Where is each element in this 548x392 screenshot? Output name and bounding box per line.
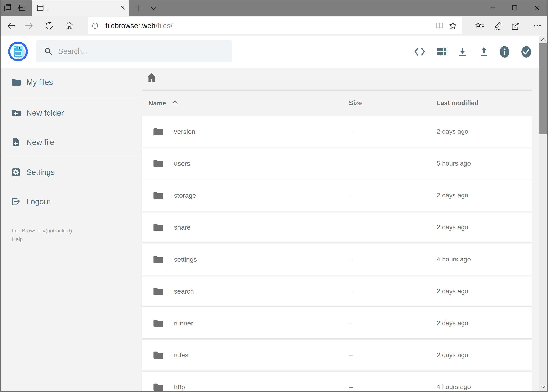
folder-icon (153, 254, 163, 265)
scroll-down-button[interactable] (539, 383, 548, 390)
tab-bar: . (0, 0, 548, 16)
share-icon (510, 21, 520, 30)
file-row-settings[interactable]: settings – 4 hours ago (142, 244, 532, 275)
folder-icon (153, 190, 163, 201)
sidebar: My files New folder New file (0, 68, 139, 392)
share-button[interactable] (510, 21, 520, 30)
sidebar-divider (0, 97, 139, 98)
sidebar-item-label: Settings (26, 168, 55, 177)
filebrowser-logo-icon (8, 41, 28, 62)
forward-button[interactable] (24, 21, 34, 30)
url-box[interactable]: filebrowser.web/files/ (88, 17, 462, 35)
file-size: – (349, 244, 353, 275)
sidebar-item-label: My files (26, 78, 53, 87)
upload-button[interactable] (478, 46, 490, 58)
url-host: filebrowser.web (105, 22, 156, 30)
info-button[interactable] (499, 46, 510, 58)
site-info-icon[interactable] (91, 22, 99, 29)
close-tab-icon[interactable] (120, 5, 126, 11)
file-row-version[interactable]: version – 2 days ago (142, 116, 532, 147)
chevron-up-icon (540, 38, 546, 42)
file-name: rules (174, 340, 188, 370)
column-header-modified[interactable]: Last modified (437, 99, 479, 107)
window-border-top (0, 0, 548, 0)
tabs-aside-button[interactable] (17, 3, 26, 13)
column-header-name[interactable]: Name (148, 99, 179, 107)
file-name: users (174, 148, 190, 179)
folder-plus-icon (11, 108, 21, 118)
window-border-left (0, 0, 0, 392)
browser-home-button[interactable] (65, 21, 74, 30)
file-modified: 2 days ago (437, 340, 468, 370)
close-window-button[interactable] (526, 0, 548, 16)
download-button[interactable] (457, 46, 468, 58)
settings-more-button[interactable] (533, 21, 541, 30)
refresh-button[interactable] (45, 21, 54, 30)
sidebar-footer: File Browser v(untracked) Help (12, 226, 72, 244)
file-size: – (349, 340, 353, 370)
select-multiple-button[interactable] (520, 46, 532, 58)
file-name: runner (174, 308, 193, 338)
favorites-hub-button[interactable] (475, 21, 484, 30)
tab-preview-chevron-icon (149, 5, 157, 12)
file-modified: 2 days ago (437, 116, 468, 147)
file-name: settings (174, 244, 197, 275)
search-input[interactable] (58, 47, 232, 56)
help-link[interactable]: Help (12, 235, 72, 244)
search-bar[interactable] (36, 40, 232, 63)
file-plus-icon (11, 137, 21, 147)
file-modified: 2 days ago (437, 276, 468, 307)
file-listing: Name Size Last modified version – 2 days… (139, 68, 540, 392)
maximize-button[interactable] (503, 0, 526, 16)
sidebar-item-new-file[interactable]: New file (0, 132, 139, 153)
maximize-icon (511, 4, 518, 11)
file-row-share[interactable]: share – 2 days ago (142, 212, 532, 243)
column-header-size[interactable]: Size (349, 99, 362, 107)
file-size: – (349, 372, 353, 392)
address-bar-row: filebrowser.web/files/ (0, 16, 548, 36)
home-icon (65, 21, 74, 30)
breadcrumb-home-icon[interactable] (146, 72, 157, 83)
browser-tab[interactable]: . (32, 0, 129, 16)
sidebar-item-new-folder[interactable]: New folder (0, 102, 139, 124)
more-dots-icon (533, 21, 542, 30)
page-scrollbar[interactable] (539, 36, 548, 392)
switch-view-button[interactable] (436, 46, 447, 58)
sidebar-item-my-files[interactable]: My files (0, 71, 139, 93)
favorite-star-icon[interactable] (449, 22, 457, 30)
file-modified: 2 days ago (437, 180, 468, 210)
file-row-http[interactable]: http – 4 hours ago (142, 371, 532, 392)
sidebar-item-label: Logout (26, 197, 50, 206)
file-row-storage[interactable]: storage – 2 days ago (142, 180, 532, 211)
folder-icon (153, 158, 163, 169)
search-icon (44, 47, 53, 56)
scroll-up-button[interactable] (539, 36, 548, 43)
folder-icon (153, 126, 163, 137)
file-row-search[interactable]: search – 2 days ago (142, 276, 532, 307)
folder-icon (153, 382, 163, 392)
sidebar-item-settings[interactable]: Settings (0, 161, 139, 183)
tab-preview-button[interactable] (3, 3, 13, 13)
file-modified: 2 days ago (437, 212, 468, 243)
web-note-button[interactable] (493, 21, 502, 30)
gear-icon (11, 167, 21, 177)
file-row-runner[interactable]: runner – 2 days ago (142, 308, 532, 339)
new-tab-button[interactable] (134, 4, 143, 13)
minimize-button[interactable] (481, 0, 503, 16)
file-modified: 5 hours ago (437, 148, 471, 179)
file-name: http (174, 372, 185, 392)
scrollbar-thumb[interactable] (539, 43, 548, 134)
raw-view-button[interactable] (414, 46, 425, 58)
back-button[interactable] (7, 21, 16, 30)
sidebar-item-logout[interactable]: Logout (0, 191, 139, 212)
show-tab-previews-button[interactable] (149, 4, 158, 12)
sidebar-item-label: New file (26, 138, 54, 147)
reading-view-icon[interactable] (435, 22, 444, 30)
page-icon (37, 4, 44, 12)
upload-icon (478, 46, 490, 58)
file-row-rules[interactable]: rules – 2 days ago (142, 340, 532, 371)
content-area: My files New folder New file (0, 68, 548, 392)
chevron-down-icon (540, 385, 546, 389)
file-row-users[interactable]: users – 5 hours ago (142, 148, 532, 179)
folder-icon (153, 318, 163, 329)
